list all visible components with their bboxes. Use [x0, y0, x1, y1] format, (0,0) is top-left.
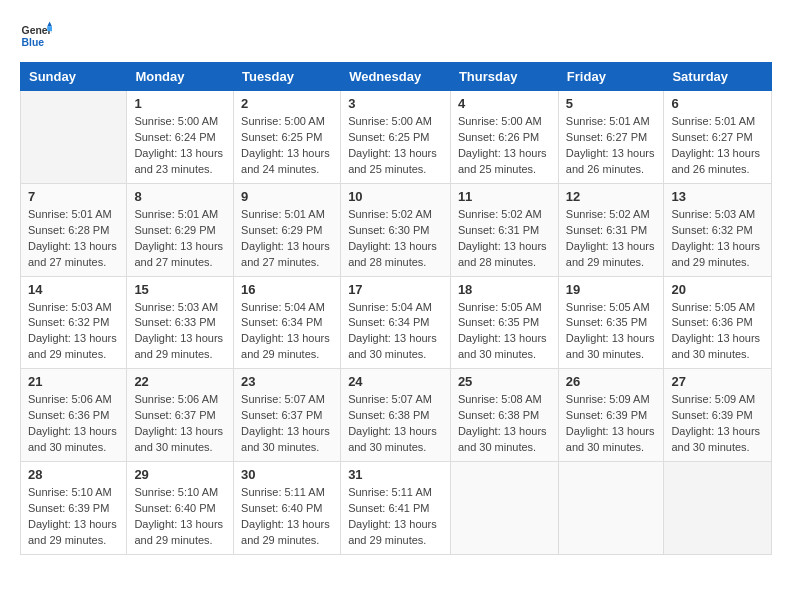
cell-details: Sunrise: 5:09 AM Sunset: 6:39 PM Dayligh… [566, 392, 657, 456]
cell-details: Sunrise: 5:02 AM Sunset: 6:31 PM Dayligh… [566, 207, 657, 271]
cell-details: Sunrise: 5:04 AM Sunset: 6:34 PM Dayligh… [348, 300, 443, 364]
cell-details: Sunrise: 5:05 AM Sunset: 6:36 PM Dayligh… [671, 300, 764, 364]
calendar-cell: 20Sunrise: 5:05 AM Sunset: 6:36 PM Dayli… [664, 276, 772, 369]
svg-marker-2 [47, 22, 52, 27]
cell-details: Sunrise: 5:01 AM Sunset: 6:29 PM Dayligh… [241, 207, 333, 271]
calendar-table: SundayMondayTuesdayWednesdayThursdayFrid… [20, 62, 772, 555]
calendar-cell: 10Sunrise: 5:02 AM Sunset: 6:30 PM Dayli… [341, 183, 451, 276]
svg-marker-3 [47, 26, 52, 31]
weekday-header-sunday: Sunday [21, 63, 127, 91]
day-number: 24 [348, 374, 443, 389]
cell-details: Sunrise: 5:10 AM Sunset: 6:39 PM Dayligh… [28, 485, 119, 549]
day-number: 11 [458, 189, 551, 204]
calendar-cell [450, 462, 558, 555]
calendar-cell: 26Sunrise: 5:09 AM Sunset: 6:39 PM Dayli… [558, 369, 664, 462]
calendar-cell: 7Sunrise: 5:01 AM Sunset: 6:28 PM Daylig… [21, 183, 127, 276]
cell-details: Sunrise: 5:03 AM Sunset: 6:33 PM Dayligh… [134, 300, 226, 364]
calendar-cell: 31Sunrise: 5:11 AM Sunset: 6:41 PM Dayli… [341, 462, 451, 555]
calendar-cell: 22Sunrise: 5:06 AM Sunset: 6:37 PM Dayli… [127, 369, 234, 462]
weekday-header-tuesday: Tuesday [234, 63, 341, 91]
day-number: 26 [566, 374, 657, 389]
calendar-cell: 29Sunrise: 5:10 AM Sunset: 6:40 PM Dayli… [127, 462, 234, 555]
cell-details: Sunrise: 5:01 AM Sunset: 6:27 PM Dayligh… [566, 114, 657, 178]
cell-details: Sunrise: 5:01 AM Sunset: 6:29 PM Dayligh… [134, 207, 226, 271]
day-number: 10 [348, 189, 443, 204]
cell-details: Sunrise: 5:03 AM Sunset: 6:32 PM Dayligh… [28, 300, 119, 364]
day-number: 29 [134, 467, 226, 482]
cell-details: Sunrise: 5:00 AM Sunset: 6:25 PM Dayligh… [241, 114, 333, 178]
day-number: 15 [134, 282, 226, 297]
cell-details: Sunrise: 5:08 AM Sunset: 6:38 PM Dayligh… [458, 392, 551, 456]
day-number: 30 [241, 467, 333, 482]
day-number: 8 [134, 189, 226, 204]
weekday-header-monday: Monday [127, 63, 234, 91]
day-number: 20 [671, 282, 764, 297]
cell-details: Sunrise: 5:11 AM Sunset: 6:40 PM Dayligh… [241, 485, 333, 549]
day-number: 25 [458, 374, 551, 389]
calendar-cell: 2Sunrise: 5:00 AM Sunset: 6:25 PM Daylig… [234, 91, 341, 184]
calendar-cell: 12Sunrise: 5:02 AM Sunset: 6:31 PM Dayli… [558, 183, 664, 276]
cell-details: Sunrise: 5:01 AM Sunset: 6:27 PM Dayligh… [671, 114, 764, 178]
cell-details: Sunrise: 5:03 AM Sunset: 6:32 PM Dayligh… [671, 207, 764, 271]
day-number: 28 [28, 467, 119, 482]
cell-details: Sunrise: 5:04 AM Sunset: 6:34 PM Dayligh… [241, 300, 333, 364]
week-row-4: 21Sunrise: 5:06 AM Sunset: 6:36 PM Dayli… [21, 369, 772, 462]
weekday-header-wednesday: Wednesday [341, 63, 451, 91]
day-number: 21 [28, 374, 119, 389]
weekday-header-thursday: Thursday [450, 63, 558, 91]
page-header: General Blue [20, 20, 772, 52]
cell-details: Sunrise: 5:07 AM Sunset: 6:38 PM Dayligh… [348, 392, 443, 456]
calendar-cell: 9Sunrise: 5:01 AM Sunset: 6:29 PM Daylig… [234, 183, 341, 276]
logo: General Blue [20, 20, 52, 52]
calendar-cell: 16Sunrise: 5:04 AM Sunset: 6:34 PM Dayli… [234, 276, 341, 369]
cell-details: Sunrise: 5:11 AM Sunset: 6:41 PM Dayligh… [348, 485, 443, 549]
cell-details: Sunrise: 5:02 AM Sunset: 6:30 PM Dayligh… [348, 207, 443, 271]
day-number: 9 [241, 189, 333, 204]
logo-icon: General Blue [20, 20, 52, 52]
cell-details: Sunrise: 5:00 AM Sunset: 6:26 PM Dayligh… [458, 114, 551, 178]
day-number: 5 [566, 96, 657, 111]
cell-details: Sunrise: 5:01 AM Sunset: 6:28 PM Dayligh… [28, 207, 119, 271]
calendar-cell: 27Sunrise: 5:09 AM Sunset: 6:39 PM Dayli… [664, 369, 772, 462]
day-number: 27 [671, 374, 764, 389]
calendar-cell: 28Sunrise: 5:10 AM Sunset: 6:39 PM Dayli… [21, 462, 127, 555]
calendar-cell: 5Sunrise: 5:01 AM Sunset: 6:27 PM Daylig… [558, 91, 664, 184]
cell-details: Sunrise: 5:06 AM Sunset: 6:37 PM Dayligh… [134, 392, 226, 456]
weekday-header-friday: Friday [558, 63, 664, 91]
calendar-cell: 8Sunrise: 5:01 AM Sunset: 6:29 PM Daylig… [127, 183, 234, 276]
calendar-cell: 14Sunrise: 5:03 AM Sunset: 6:32 PM Dayli… [21, 276, 127, 369]
cell-details: Sunrise: 5:09 AM Sunset: 6:39 PM Dayligh… [671, 392, 764, 456]
weekday-header-row: SundayMondayTuesdayWednesdayThursdayFrid… [21, 63, 772, 91]
week-row-1: 1Sunrise: 5:00 AM Sunset: 6:24 PM Daylig… [21, 91, 772, 184]
calendar-cell: 6Sunrise: 5:01 AM Sunset: 6:27 PM Daylig… [664, 91, 772, 184]
calendar-cell: 15Sunrise: 5:03 AM Sunset: 6:33 PM Dayli… [127, 276, 234, 369]
calendar-cell: 1Sunrise: 5:00 AM Sunset: 6:24 PM Daylig… [127, 91, 234, 184]
cell-details: Sunrise: 5:05 AM Sunset: 6:35 PM Dayligh… [566, 300, 657, 364]
week-row-5: 28Sunrise: 5:10 AM Sunset: 6:39 PM Dayli… [21, 462, 772, 555]
day-number: 22 [134, 374, 226, 389]
day-number: 3 [348, 96, 443, 111]
calendar-cell: 23Sunrise: 5:07 AM Sunset: 6:37 PM Dayli… [234, 369, 341, 462]
day-number: 17 [348, 282, 443, 297]
calendar-cell: 3Sunrise: 5:00 AM Sunset: 6:25 PM Daylig… [341, 91, 451, 184]
week-row-3: 14Sunrise: 5:03 AM Sunset: 6:32 PM Dayli… [21, 276, 772, 369]
calendar-cell: 18Sunrise: 5:05 AM Sunset: 6:35 PM Dayli… [450, 276, 558, 369]
day-number: 18 [458, 282, 551, 297]
day-number: 19 [566, 282, 657, 297]
cell-details: Sunrise: 5:06 AM Sunset: 6:36 PM Dayligh… [28, 392, 119, 456]
calendar-cell: 17Sunrise: 5:04 AM Sunset: 6:34 PM Dayli… [341, 276, 451, 369]
calendar-cell: 11Sunrise: 5:02 AM Sunset: 6:31 PM Dayli… [450, 183, 558, 276]
day-number: 13 [671, 189, 764, 204]
cell-details: Sunrise: 5:05 AM Sunset: 6:35 PM Dayligh… [458, 300, 551, 364]
day-number: 7 [28, 189, 119, 204]
week-row-2: 7Sunrise: 5:01 AM Sunset: 6:28 PM Daylig… [21, 183, 772, 276]
day-number: 14 [28, 282, 119, 297]
calendar-cell: 13Sunrise: 5:03 AM Sunset: 6:32 PM Dayli… [664, 183, 772, 276]
calendar-cell [21, 91, 127, 184]
day-number: 23 [241, 374, 333, 389]
weekday-header-saturday: Saturday [664, 63, 772, 91]
day-number: 6 [671, 96, 764, 111]
day-number: 12 [566, 189, 657, 204]
day-number: 2 [241, 96, 333, 111]
day-number: 4 [458, 96, 551, 111]
